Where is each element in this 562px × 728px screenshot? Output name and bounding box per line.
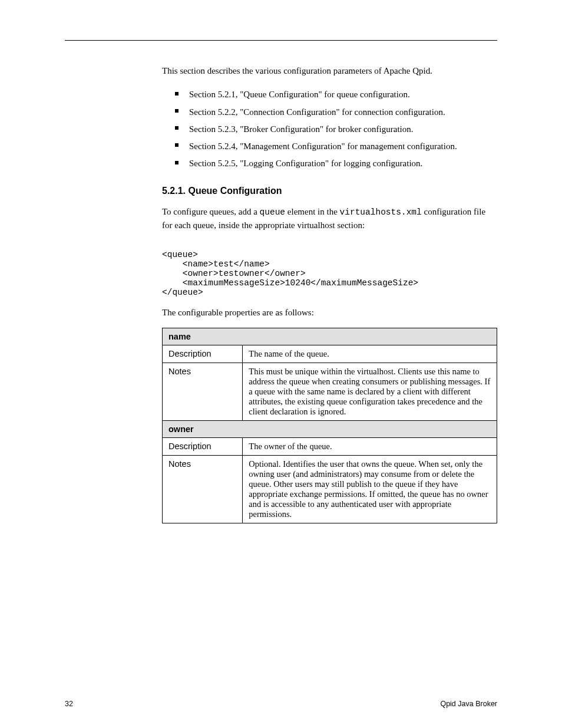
- table-row: owner: [163, 421, 497, 438]
- code-line: <queue>: [162, 250, 198, 259]
- page-number: 32: [65, 700, 73, 708]
- page-footer: 32 Qpid Java Broker: [65, 700, 497, 708]
- queue-config-heading: 5.2.1. Queue Configuration: [162, 186, 497, 196]
- section-links-list: Section 5.2.1, "Queue Configuration" for…: [175, 86, 497, 172]
- inline-code: virtualhosts.xml: [340, 207, 422, 217]
- code-line: <name>test</name>: [162, 259, 270, 269]
- group-cell: owner: [163, 421, 497, 438]
- attr-value-cell: Optional. Identifies the user that owns …: [243, 456, 497, 523]
- code-line: <owner>testowner</owner>: [162, 269, 306, 278]
- attr-label-cell: Notes: [163, 456, 243, 523]
- list-item: Section 5.2.4, "Management Configuration…: [175, 138, 497, 155]
- group-cell: name: [163, 328, 497, 345]
- table-row: DescriptionThe name of the queue.: [163, 345, 497, 363]
- list-item: Section 5.2.1, "Queue Configuration" for…: [175, 86, 497, 103]
- code-line: </queue>: [162, 288, 203, 297]
- top-divider: [65, 40, 497, 41]
- attr-value-cell: The name of the queue.: [243, 345, 497, 363]
- attr-label-cell: Description: [163, 438, 243, 456]
- attr-value-cell: The owner of the queue.: [243, 438, 497, 456]
- body-content: This section describes the various confi…: [162, 64, 497, 523]
- footer-title: Qpid Java Broker: [440, 700, 497, 708]
- list-item: Section 5.2.3, "Broker Configuration" fo…: [175, 121, 497, 138]
- queue-config-para1: To configure queues, add a queue element…: [162, 205, 497, 233]
- attr-value-cell: This must be unique within the virtualho…: [243, 363, 497, 421]
- queue-config-para2: The configurable properties are as follo…: [162, 306, 497, 319]
- table-row: NotesThis must be unique within the virt…: [163, 363, 497, 421]
- attr-label-cell: Description: [163, 345, 243, 363]
- code-block: <queue> <name>test</name> <owner>testown…: [162, 241, 497, 297]
- table-row: NotesOptional. Identifies the user that …: [163, 456, 497, 523]
- text: To configure queues, add a: [162, 207, 260, 216]
- inline-code: queue: [260, 207, 286, 217]
- intro-paragraph: This section describes the various confi…: [162, 64, 497, 78]
- table-row: DescriptionThe owner of the queue.: [163, 438, 497, 456]
- list-item: Section 5.2.5, "Logging Configuration" f…: [175, 155, 497, 172]
- properties-table: nameDescriptionThe name of the queue.Not…: [162, 328, 497, 523]
- code-line: <maximumMessageSize>10240</maximumMessag…: [162, 278, 418, 288]
- table-row: name: [163, 328, 497, 345]
- text: element in the: [285, 207, 339, 216]
- attr-label-cell: Notes: [163, 363, 243, 421]
- list-item: Section 5.2.2, "Connection Configuration…: [175, 104, 497, 121]
